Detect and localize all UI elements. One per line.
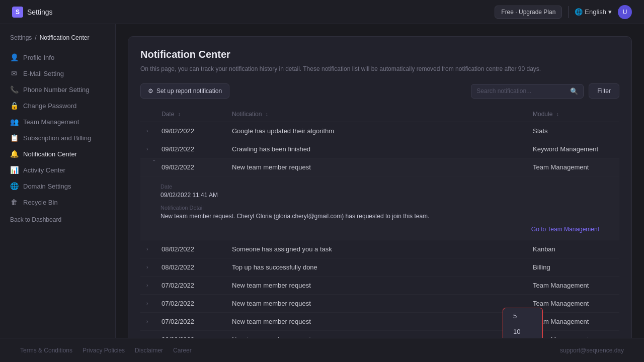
- main-layout: Settings / Notification Center 👤 Profile…: [0, 24, 644, 338]
- chevron-down-icon: ›: [151, 160, 157, 175]
- lock-icon: 🔒: [10, 102, 18, 110]
- cell-date: 09/02/2022: [162, 127, 232, 135]
- cell-date: 06/02/2022: [162, 336, 232, 338]
- detail-notification-text: New team member request. Cheryl Gloria (…: [160, 213, 599, 220]
- team-icon: 👥: [10, 118, 18, 126]
- sidebar: Settings / Notification Center 👤 Profile…: [0, 24, 116, 338]
- dropdown-option-10[interactable]: 10: [503, 324, 542, 338]
- sidebar-item-label: Notification Center: [23, 150, 77, 158]
- footer: Terms & Conditions Privacy Policies Disc…: [0, 338, 644, 362]
- breadcrumb-separator: /: [35, 34, 36, 41]
- breadcrumb-current: Notification Center: [40, 34, 90, 41]
- sidebar-item-email-setting[interactable]: ✉ E-Mail Setting: [0, 65, 115, 81]
- notification-icon: 🔔: [10, 150, 18, 158]
- col-date: Date ↕: [162, 111, 232, 118]
- cell-module: Stats: [533, 127, 613, 135]
- detail-date-value: 09/02/2022 11:41 AM: [160, 192, 599, 199]
- search-box: 🔍: [471, 84, 584, 99]
- rows-per-page-dropdown: 5 10 15 20: [503, 308, 543, 338]
- phone-icon: 📞: [10, 85, 18, 94]
- cell-module: Kanban: [533, 245, 613, 253]
- chevron-right-icon: ›: [146, 319, 162, 324]
- table-row[interactable]: › 09/02/2022 Crawling has been finished …: [140, 140, 619, 158]
- footer-terms[interactable]: Terms & Conditions: [20, 347, 72, 354]
- cell-date: 07/02/2022: [162, 282, 232, 289]
- detail-date-label: Date: [160, 184, 599, 190]
- go-to-team-management-link[interactable]: Go to Team Management: [160, 226, 599, 233]
- detail-notification-label: Notification Detail: [160, 205, 599, 211]
- chevron-right-icon: ›: [146, 301, 162, 306]
- filter-button[interactable]: Filter: [589, 83, 619, 99]
- sidebar-item-label: Team Management: [23, 118, 79, 126]
- expanded-detail: Date 09/02/2022 11:41 AM Notification De…: [140, 176, 619, 240]
- sidebar-item-phone-setting[interactable]: 📞 Phone Number Setting: [0, 81, 115, 98]
- cell-notification: New team member request: [232, 336, 533, 338]
- cell-date: 09/02/2022: [162, 163, 232, 171]
- page-description: On this page, you can track your notific…: [140, 64, 619, 73]
- dropdown-option-5[interactable]: 5: [503, 308, 542, 324]
- cell-date: 07/02/2022: [162, 300, 232, 307]
- table-row[interactable]: › 07/02/2022 New team member request Tea…: [140, 295, 619, 313]
- upgrade-button[interactable]: Free · Upgrade Plan: [495, 6, 562, 19]
- cell-date: 09/02/2022: [162, 145, 232, 153]
- footer-privacy[interactable]: Privacy Policies: [83, 347, 125, 354]
- avatar[interactable]: U: [618, 5, 632, 19]
- chevron-right-icon: ›: [146, 337, 162, 338]
- app-title: Settings: [27, 8, 53, 16]
- sidebar-item-notification-center[interactable]: 🔔 Notification Center: [0, 146, 115, 162]
- table-row[interactable]: › 08/02/2022 Top up has successfully don…: [140, 258, 619, 277]
- sidebar-item-recycle-bin[interactable]: 🗑 Recycle Bin: [0, 194, 115, 210]
- table-row[interactable]: › 09/02/2022 New team member request Tea…: [140, 158, 619, 176]
- cell-date: 08/02/2022: [162, 263, 232, 271]
- toolbar: ⚙ Set up report notification 🔍 Filter: [140, 83, 619, 99]
- gear-icon: ⚙: [148, 87, 153, 95]
- cell-notification: New team member request: [232, 282, 533, 289]
- search-input[interactable]: [476, 87, 567, 95]
- sidebar-item-activity-log[interactable]: 📊 Activity Center: [0, 162, 115, 178]
- sidebar-item-label: Profile Info: [23, 54, 54, 61]
- cell-date: 07/02/2022: [162, 318, 232, 325]
- sidebar-item-label: Phone Number Setting: [23, 86, 90, 94]
- breadcrumb-root[interactable]: Settings: [10, 34, 32, 41]
- cell-module: Team Management: [533, 300, 613, 307]
- cell-notification: New team member request: [232, 300, 533, 307]
- footer-career[interactable]: Career: [173, 347, 192, 354]
- main-content: Notification Center On this page, you ca…: [116, 24, 644, 338]
- sidebar-item-domain-settings[interactable]: 🌐 Domain Settings: [0, 178, 115, 194]
- sidebar-item-label: E-Mail Setting: [23, 70, 64, 77]
- language-selector[interactable]: 🌐 English ▾: [575, 8, 612, 16]
- table-row[interactable]: › 07/02/2022 New team member request Tea…: [140, 313, 619, 331]
- page-title: Notification Center: [140, 49, 619, 60]
- table-row[interactable]: › 07/02/2022 New team member request Tea…: [140, 277, 619, 295]
- sidebar-item-change-password[interactable]: 🔒 Change Password: [0, 98, 115, 114]
- sidebar-item-team-management[interactable]: 👥 Team Management: [0, 114, 115, 130]
- topbar-left: S Settings: [12, 7, 53, 18]
- back-to-dashboard[interactable]: Back to Dashboard: [0, 210, 115, 227]
- email-icon: ✉: [10, 69, 18, 77]
- domain-icon: 🌐: [10, 182, 18, 190]
- cell-notification: Google has updated their algorithm: [232, 127, 533, 135]
- chevron-right-icon: ›: [146, 128, 162, 134]
- footer-email: support@sequence.day: [560, 347, 624, 354]
- cell-module: Team Management: [533, 163, 613, 171]
- sidebar-item-subscription[interactable]: 📋 Subscription and Billing: [0, 130, 115, 146]
- setup-report-button[interactable]: ⚙ Set up report notification: [140, 83, 229, 99]
- language-label: English: [585, 8, 606, 16]
- cell-notification: New team member request: [232, 318, 533, 325]
- footer-disclaimer[interactable]: Disclaimer: [135, 347, 163, 354]
- sidebar-item-label: Domain Settings: [23, 183, 71, 190]
- topbar: S Settings Free · Upgrade Plan 🌐 English…: [0, 0, 644, 24]
- chevron-right-icon: ›: [146, 246, 162, 252]
- cell-notification: Someone has assigned you a task: [232, 245, 533, 253]
- search-icon: 🔍: [570, 87, 578, 95]
- table-row[interactable]: › 06/02/2022 New team member request Tea…: [140, 331, 619, 338]
- profile-icon: 👤: [10, 53, 18, 61]
- table-row[interactable]: › 09/02/2022 Google has updated their al…: [140, 122, 619, 140]
- sidebar-item-profile-info[interactable]: 👤 Profile Info: [0, 49, 115, 65]
- cell-notification: Top up has successfully done: [232, 263, 533, 271]
- activity-icon: 📊: [10, 166, 18, 174]
- cell-date: 08/02/2022: [162, 245, 232, 253]
- billing-icon: 📋: [10, 134, 18, 142]
- table-row[interactable]: › 08/02/2022 Someone has assigned you a …: [140, 240, 619, 258]
- chevron-right-icon: ›: [146, 264, 162, 270]
